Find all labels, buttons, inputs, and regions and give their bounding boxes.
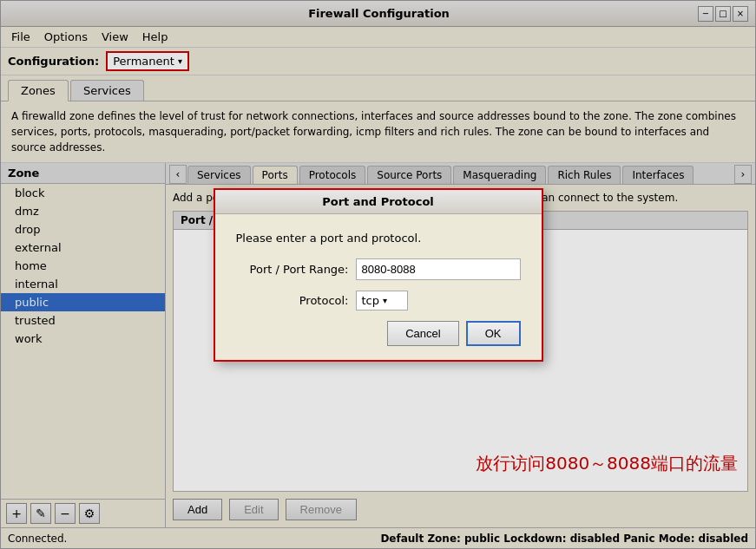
ok-button[interactable]: OK <box>466 321 521 346</box>
protocol-field-row: Protocol: tcp ▾ <box>236 291 521 310</box>
protocol-value: tcp <box>362 294 380 307</box>
cancel-button[interactable]: Cancel <box>387 321 458 346</box>
protocol-field-label: Protocol: <box>236 294 349 307</box>
modal-overlay: Port and Protocol Please enter a port an… <box>1 1 755 548</box>
main-window: Firewall Configuration − □ × File Option… <box>0 0 756 549</box>
port-field-label: Port / Port Range: <box>236 263 349 276</box>
port-field-row: Port / Port Range: <box>236 258 521 280</box>
protocol-dropdown[interactable]: tcp ▾ <box>356 291 408 310</box>
chevron-down-icon: ▾ <box>383 296 387 305</box>
port-range-input[interactable] <box>356 258 521 280</box>
dialog-title: Port and Protocol <box>215 190 542 214</box>
port-protocol-dialog: Port and Protocol Please enter a port an… <box>214 188 543 362</box>
dialog-content: Please enter a port and protocol. Port /… <box>215 214 542 360</box>
dialog-message: Please enter a port and protocol. <box>236 232 521 245</box>
dialog-buttons: Cancel OK <box>236 321 521 346</box>
